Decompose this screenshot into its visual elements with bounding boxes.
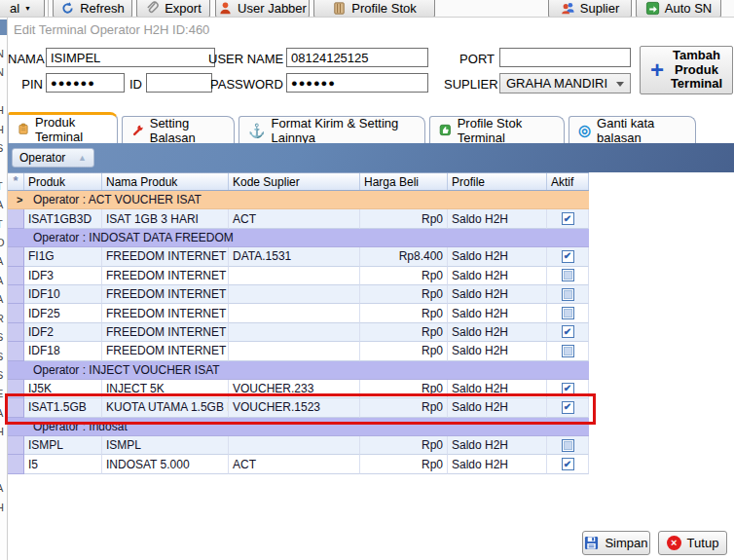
harga-beli-cell: Rp0 (360, 285, 448, 304)
suplier-select[interactable]: GRAHA MANDIRI (499, 73, 631, 93)
simpan-button[interactable]: Simpan (582, 531, 650, 555)
group-by-operator-chip[interactable]: Operator ▲ (12, 148, 94, 168)
aktif-checkbox[interactable]: ✔ (562, 401, 574, 414)
column-header-produk[interactable]: Produk (24, 173, 102, 190)
group-row[interactable]: Operator : INDOSAT DATA FREEDOM (8, 229, 589, 247)
aktif-checkbox[interactable]: ✔ (562, 212, 574, 225)
table-row[interactable]: IDF2FREEDOM INTERNET 2GBRp0Saldo H2H✔ (8, 323, 589, 342)
profile-cell: Saldo H2H (448, 267, 547, 285)
nama-input[interactable] (46, 48, 215, 67)
tab-setting-balasan[interactable]: Setting Balasan (122, 116, 235, 143)
produk-cell: ISAT1GB3D (24, 209, 102, 228)
column-header-aktif[interactable]: Aktif (547, 173, 589, 190)
table-row[interactable]: I5INDOSAT 5.000ACTRp0Saldo H2H✔ (8, 455, 589, 473)
password-input[interactable] (286, 73, 428, 93)
aktif-checkbox[interactable]: ✔ (562, 325, 574, 338)
aktif-checkbox[interactable] (562, 345, 574, 357)
produk-cell: IJ5K (24, 380, 102, 398)
table-row[interactable]: IDF18FREEDOM INTERNET 18GBRp0Saldo H2H (8, 342, 589, 360)
tab-produk-terminal[interactable]: Produk Terminal (8, 112, 118, 143)
group-row[interactable]: Operator : INJECT VOUCHER ISAT (8, 361, 589, 380)
grid-customize-icon[interactable]: * (8, 173, 24, 190)
harga-beli-cell: Rp0 (360, 342, 448, 360)
table-row[interactable]: IJ5KINJECT 5KVOUCHER.233Rp0Saldo H2H✔ (8, 380, 589, 398)
group-row[interactable]: >Operator : ACT VOUCHER ISAT (8, 191, 589, 209)
sort-ascending-icon: ▲ (78, 153, 87, 163)
group-row-label: Operator : ACT VOUCHER ISAT (33, 193, 202, 206)
harga-beli-cell: Rp0 (360, 304, 448, 322)
table-row[interactable]: FI1GFREEDOM INTERNET 1.5GBDATA.1531Rp8.4… (8, 247, 589, 266)
group-row[interactable]: Operator : Indosat (8, 418, 589, 436)
tab-format-kirim-setting-lainnya[interactable]: ⚓ Format Kirim & Setting Lainnya (239, 116, 425, 143)
pin-input[interactable] (46, 73, 125, 93)
column-header-profile[interactable]: Profile (448, 173, 547, 190)
export-button[interactable]: Export (136, 0, 210, 18)
row-gutter (8, 247, 24, 266)
refresh-button[interactable]: Refresh (53, 0, 132, 18)
table-row[interactable]: IDF10FREEDOM INTERNET 10GBRp0Saldo H2H (8, 285, 589, 304)
aktif-cell (547, 342, 589, 360)
aktif-checkbox[interactable] (562, 307, 574, 319)
aktif-checkbox[interactable] (562, 269, 574, 281)
tab-ganti-kata-balasan[interactable]: ◎ Ganti kata balasan (569, 116, 696, 143)
produk-cell: IDF10 (24, 285, 102, 304)
user-jabber-button[interactable]: User Jabber (215, 0, 310, 18)
aktif-checkbox[interactable] (562, 288, 574, 301)
kode-suplier-cell (229, 285, 360, 304)
row-indicator-icon: > (17, 194, 22, 205)
aktif-cell: ✔ (547, 323, 589, 342)
tab-label: Format Kirim & Setting Lainnya (271, 116, 416, 145)
auto-sn-icon (645, 1, 660, 16)
suplier-field-label: SUPLIER (444, 77, 495, 92)
tab-label: Profile Stok Terminal (458, 116, 555, 145)
aktif-checkbox[interactable]: ✔ (562, 458, 574, 470)
close-icon: × (667, 536, 681, 550)
profile-cell: Saldo H2H (448, 285, 547, 304)
kode-suplier-cell: VOUCHER.1523 (229, 398, 360, 417)
tambah-produk-terminal-button[interactable]: + Tambah Produk Terminal (640, 46, 733, 94)
edit-terminal-dialog: Edit Terminal Operator H2H ID:460 NAMA U… (8, 18, 734, 560)
column-header-nama-produk[interactable]: Nama Produk (102, 173, 229, 190)
nama-produk-cell: FREEDOM INTERNET 25GB (102, 304, 229, 322)
nama-produk-cell: KUOTA UTAMA 1.5GB BER (102, 398, 229, 417)
aktif-checkbox[interactable] (562, 439, 574, 452)
thumbs-up-icon (439, 123, 452, 137)
nama-produk-cell: INJECT 5K (102, 380, 229, 398)
table-row[interactable]: IDF25FREEDOM INTERNET 25GBRp0Saldo H2H (8, 304, 589, 322)
profile-stok-button[interactable]: Profile Stok (313, 0, 435, 18)
profile-cell: Saldo H2H (448, 398, 547, 417)
profile-cell: Saldo H2H (448, 455, 547, 473)
profile-cell: Saldo H2H (448, 247, 547, 266)
port-input[interactable] (499, 48, 631, 67)
aktif-cell (547, 436, 589, 455)
aktif-cell: ✔ (547, 455, 589, 473)
table-row[interactable]: IDF3FREEDOM INTERNET 3GBRp0Saldo H2H (8, 267, 589, 285)
profile-cell: Saldo H2H (448, 209, 547, 228)
table-row[interactable]: ISAT1GB3DISAT 1GB 3 HARIACTRp0Saldo H2H✔ (8, 209, 589, 228)
row-gutter (8, 267, 24, 285)
kode-suplier-cell (229, 342, 360, 360)
column-header-kode-suplier[interactable]: Kode Suplier (229, 173, 360, 190)
tutup-label: Tutup (687, 536, 719, 550)
row-gutter (8, 304, 24, 322)
table-row[interactable]: ISMPLISMPLRp0Saldo H2H (8, 436, 589, 455)
row-gutter (8, 209, 24, 228)
row-gutter (8, 436, 24, 455)
terminal-menu-button-partial[interactable]: al ▼ (0, 0, 45, 18)
id-input[interactable] (146, 73, 212, 93)
kode-suplier-cell (229, 436, 360, 455)
auto-sn-button[interactable]: Auto SN (636, 0, 721, 18)
aktif-checkbox[interactable]: ✔ (562, 383, 574, 395)
kode-suplier-cell (229, 267, 360, 285)
nama-produk-cell: FREEDOM INTERNET 3GB (102, 267, 229, 285)
produk-cell: IDF2 (24, 323, 102, 342)
toolbar-separator (48, 0, 49, 18)
tutup-button[interactable]: × Tutup (658, 531, 727, 555)
suplier-button[interactable]: Suplier (548, 0, 632, 18)
aktif-checkbox[interactable]: ✔ (562, 250, 574, 263)
plus-icon: + (650, 60, 664, 80)
user-name-input[interactable] (286, 48, 428, 67)
tab-profile-stok-terminal[interactable]: Profile Stok Terminal (429, 116, 565, 143)
column-header-harga-beli[interactable]: Harga Beli (360, 173, 448, 190)
table-row[interactable]: ISAT1.5GBKUOTA UTAMA 1.5GB BERVOUCHER.15… (8, 398, 589, 417)
